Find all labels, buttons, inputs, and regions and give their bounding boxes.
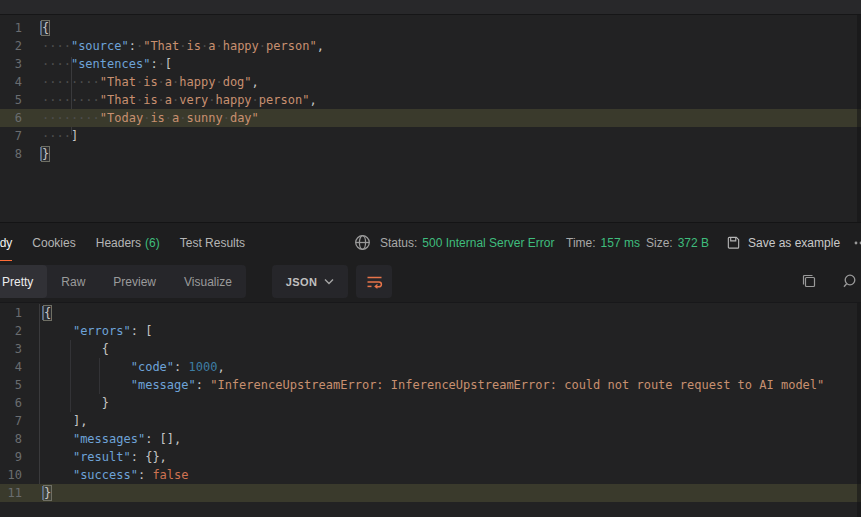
view-mode-visualize[interactable]: Visualize xyxy=(170,265,246,298)
code-line[interactable]: 3 { xyxy=(0,340,861,358)
code-line[interactable]: 4 "code": 1000, xyxy=(0,358,861,376)
time-indicator: Time: 157 ms xyxy=(566,223,640,262)
line-number: 7 xyxy=(0,127,22,145)
globe-icon xyxy=(354,234,371,251)
code-line[interactable]: 2 "errors": [ xyxy=(0,322,861,340)
code-content: ], xyxy=(44,412,87,430)
code-line[interactable]: 8} xyxy=(0,145,861,163)
globe-indicator[interactable] xyxy=(354,223,371,262)
line-number: 7 xyxy=(0,412,22,430)
response-code-lines: 1{2 "errors": [3 {4 "code": 1000,5 "mess… xyxy=(0,304,861,502)
code-content: ····] xyxy=(42,127,78,145)
size-indicator: Size: 372 B xyxy=(646,223,709,262)
tab-cookies[interactable]: Cookies xyxy=(32,223,75,262)
status-label: Status: xyxy=(380,236,417,250)
code-content: } xyxy=(44,394,109,412)
save-as-example-button[interactable]: Save as example xyxy=(726,223,840,262)
line-number: 4 xyxy=(0,358,22,376)
line-number: 3 xyxy=(0,55,22,73)
tab-headers[interactable]: Headers(6) xyxy=(96,223,160,262)
code-content: "message": "InferenceUpstreamError: Infe… xyxy=(44,376,824,394)
word-wrap-button[interactable] xyxy=(356,265,392,298)
line-number: 10 xyxy=(0,466,22,484)
size-value: 372 B xyxy=(678,236,709,250)
code-line[interactable]: 7····] xyxy=(0,127,861,145)
view-mode-preview[interactable]: Preview xyxy=(99,265,170,298)
code-line[interactable]: 6········"Today·is·a·sunny·day" xyxy=(0,109,861,127)
status-value: 500 Internal Server Error xyxy=(422,236,554,250)
code-content: "result": {}, xyxy=(44,448,167,466)
tab-label: Headers xyxy=(96,236,141,250)
status-indicator: Status: 500 Internal Server Error xyxy=(380,223,554,262)
search-icon xyxy=(843,273,859,289)
line-number: 4 xyxy=(0,73,22,91)
tab-label: Test Results xyxy=(180,236,245,250)
code-line[interactable]: 2····"source":·"That·is·a·happy·person", xyxy=(0,37,861,55)
code-content: "messages": [], xyxy=(44,430,181,448)
word-wrap-icon xyxy=(366,274,383,289)
request-body-header-strip xyxy=(0,0,861,15)
view-mode-switcher: PrettyRawPreviewVisualize xyxy=(0,265,246,298)
tab-body[interactable]: Body xyxy=(0,223,12,262)
response-view-toolbar: PrettyRawPreviewVisualize JSON xyxy=(0,261,861,302)
tab-test-results[interactable]: Test Results xyxy=(180,223,245,262)
line-number: 6 xyxy=(0,109,22,127)
line-number: 6 xyxy=(0,394,22,412)
code-content: "code": 1000, xyxy=(44,358,225,376)
view-mode-pretty[interactable]: Pretty xyxy=(0,265,47,298)
code-line[interactable]: 9 "result": {}, xyxy=(0,448,861,466)
save-as-example-label: Save as example xyxy=(748,236,840,250)
response-tabs: BodyCookiesHeaders(6)Test Results xyxy=(0,223,245,262)
code-line[interactable]: 5········"That·is·a·very·happy·person", xyxy=(0,91,861,109)
line-number: 3 xyxy=(0,340,22,358)
editor-scrollbar-track[interactable] xyxy=(857,15,861,222)
editor-scrollbar-track[interactable] xyxy=(857,303,861,517)
code-line[interactable]: 8 "messages": [], xyxy=(0,430,861,448)
code-content: ········"That·is·a·very·happy·person", xyxy=(42,91,317,109)
line-number: 8 xyxy=(0,145,22,163)
code-content: { xyxy=(44,304,51,322)
code-line[interactable]: 7 ], xyxy=(0,412,861,430)
code-content: ········"Today·is·a·sunny·day" xyxy=(42,109,259,127)
code-content: ····"sentences":·[ xyxy=(42,55,172,73)
line-number: 2 xyxy=(0,322,22,340)
request-code-lines: 1{2····"source":·"That·is·a·happy·person… xyxy=(0,19,861,163)
more-icon xyxy=(853,235,861,251)
code-line[interactable]: 5 "message": "InferenceUpstreamError: In… xyxy=(0,376,861,394)
request-body-editor[interactable]: 1{2····"source":·"That·is·a·happy·person… xyxy=(0,15,861,222)
code-line[interactable]: 10 "success": false xyxy=(0,466,861,484)
copy-response-button[interactable] xyxy=(801,273,817,292)
code-line[interactable]: 4········"That·is·a·happy·dog", xyxy=(0,73,861,91)
code-content: "errors": [ xyxy=(44,322,152,340)
code-line[interactable]: 1{ xyxy=(0,19,861,37)
view-mode-raw[interactable]: Raw xyxy=(47,265,99,298)
code-content: ····"source":·"That·is·a·happy·person", xyxy=(42,37,324,55)
language-select[interactable]: JSON xyxy=(272,265,348,298)
save-icon xyxy=(726,235,741,250)
code-line[interactable]: 11} xyxy=(0,484,861,502)
search-response-button[interactable] xyxy=(843,273,859,292)
language-select-value: JSON xyxy=(286,276,318,288)
code-line[interactable]: 6 } xyxy=(0,394,861,412)
line-number: 11 xyxy=(0,484,22,502)
size-label: Size: xyxy=(646,236,673,250)
time-value: 157 ms xyxy=(601,236,640,250)
code-content: { xyxy=(44,340,109,358)
tab-label: Body xyxy=(0,236,12,250)
line-number: 5 xyxy=(0,376,22,394)
code-content: } xyxy=(44,484,51,502)
code-line[interactable]: 3····"sentences":·[ xyxy=(0,55,861,73)
line-number: 5 xyxy=(0,91,22,109)
api-client-window: 1{2····"source":·"That·is·a·happy·person… xyxy=(0,0,861,517)
code-content: "success": false xyxy=(44,466,189,484)
response-body-viewer[interactable]: 1{2 "errors": [3 {4 "code": 1000,5 "mess… xyxy=(0,302,861,517)
response-meta-bar: BodyCookiesHeaders(6)Test Results Status… xyxy=(0,222,861,263)
line-number: 1 xyxy=(0,19,22,37)
chevron-down-icon xyxy=(324,278,334,285)
tab-label: Cookies xyxy=(32,236,75,250)
code-content: } xyxy=(42,145,49,163)
copy-icon xyxy=(801,273,817,289)
code-content: ········"That·is·a·happy·dog", xyxy=(42,73,259,91)
more-options-button[interactable] xyxy=(853,223,861,262)
code-line[interactable]: 1{ xyxy=(0,304,861,322)
